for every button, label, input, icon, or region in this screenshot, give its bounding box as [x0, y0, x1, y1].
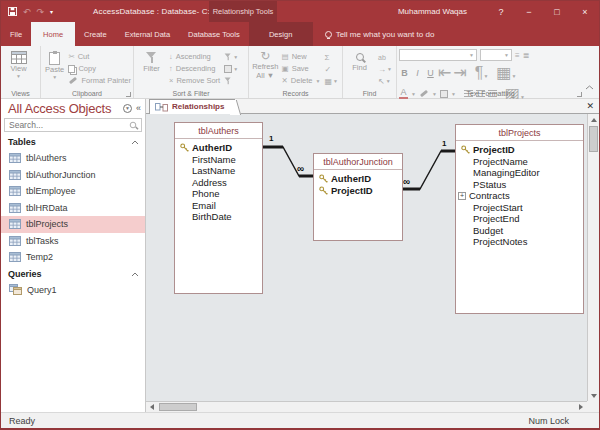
nav-menu-icon[interactable]: ▼ — [123, 104, 132, 113]
sidebar-item-tblprojects[interactable]: tblProjects — [1, 216, 145, 233]
redo-icon[interactable]: ↷ — [37, 7, 45, 17]
italic-button[interactable]: I — [412, 68, 423, 78]
sidebar-item-tblauthorjunction[interactable]: tblAuthorJunction — [1, 167, 145, 184]
more-button[interactable]: ▦▼ — [324, 77, 338, 85]
field-row[interactable]: ManagingEditor — [456, 167, 583, 179]
format-painter-button[interactable]: Format Painter — [68, 76, 131, 85]
tab-file[interactable]: File — [1, 22, 31, 46]
totals-button[interactable]: Σ — [324, 53, 338, 61]
field-row[interactable]: Email — [175, 200, 262, 212]
field-row[interactable]: LastName — [175, 165, 262, 177]
field-row[interactable]: AutherID — [314, 173, 402, 185]
field-row[interactable]: AutherID — [175, 142, 262, 154]
undo-icon[interactable]: ↶ — [23, 7, 31, 17]
field-row[interactable]: Budget — [456, 225, 583, 237]
descending-button[interactable]: ↑Descending — [169, 64, 220, 73]
table-box-tblauthers[interactable]: tblAuthers AutherID FirstName LastName A… — [174, 122, 263, 294]
underline-button[interactable]: U — [425, 68, 436, 78]
nav-pane-title[interactable]: All Access Objects — [8, 101, 111, 116]
field-row[interactable]: ProjectStart — [456, 202, 583, 214]
field-row[interactable]: ProjectNotes — [456, 236, 583, 248]
field-row[interactable]: Phone — [175, 188, 262, 200]
numbering-icon[interactable]: ≣ — [523, 51, 530, 60]
nav-section-queries[interactable]: Queries — [1, 266, 145, 282]
sidebar-item-tblhrdata[interactable]: tblHRData — [1, 200, 145, 217]
replace-button[interactable]: ab — [378, 53, 392, 61]
save-icon[interactable] — [8, 7, 17, 16]
refresh-all-button[interactable]: ↻ Refresh All ▼ — [251, 48, 280, 88]
font-size-combobox[interactable]: ▼ — [480, 49, 512, 61]
text-direction-icon[interactable]: ¶▼ — [475, 64, 489, 82]
table-header[interactable]: tblAuthorJunction — [314, 154, 402, 170]
tab-design[interactable]: Design — [249, 22, 313, 46]
increase-indent-icon[interactable]: ⇥ — [453, 63, 466, 82]
expand-icon[interactable]: + — [458, 192, 466, 200]
horizontal-scrollbar[interactable] — [146, 401, 587, 412]
spelling-button[interactable]: ✓ — [324, 65, 338, 73]
field-row[interactable]: +Contracts — [456, 190, 583, 202]
table-box-tblauthorjunction[interactable]: tblAuthorJunction AutherID ProjectID — [313, 153, 403, 241]
chevron-up-icon[interactable] — [131, 269, 139, 279]
field-row[interactable]: FirstName — [175, 154, 262, 166]
maximize-button[interactable]: □ — [543, 7, 571, 17]
ascending-button[interactable]: ↓Ascending — [169, 52, 220, 61]
sidebar-item-tbltasks[interactable]: tblTasks — [1, 233, 145, 250]
vertical-scroll-thumb[interactable] — [589, 126, 598, 152]
bullets-icon[interactable]: ≡ — [515, 51, 520, 60]
account-name[interactable]: Muhammad Waqas — [398, 7, 467, 16]
field-row[interactable]: Address — [175, 177, 262, 189]
table-header[interactable]: tblProjects — [456, 125, 583, 141]
tab-database-tools[interactable]: Database Tools — [179, 22, 249, 46]
find-button[interactable]: Find — [345, 48, 374, 88]
view-button[interactable]: View ▼ — [3, 48, 34, 88]
sidebar-item-query1[interactable]: Query1 — [1, 282, 145, 299]
field-row[interactable]: PStatus — [456, 179, 583, 191]
remove-sort-button[interactable]: ×Remove Sort — [169, 76, 220, 85]
scroll-up-icon[interactable] — [588, 114, 599, 125]
search-input[interactable] — [5, 120, 127, 130]
go-to-button[interactable]: →▼ — [378, 65, 392, 73]
scroll-right-icon[interactable] — [575, 402, 587, 412]
field-row[interactable]: ProjectID — [314, 185, 402, 197]
new-record-button[interactable]: ▤New — [282, 52, 321, 61]
collapse-ribbon-icon[interactable] — [585, 76, 594, 94]
table-header[interactable]: tblAuthers — [175, 123, 262, 139]
paste-button[interactable]: Paste ▼ — [43, 48, 66, 88]
search-icon[interactable] — [130, 122, 136, 128]
vertical-scrollbar[interactable] — [587, 114, 599, 401]
save-record-button[interactable]: ▣Save — [282, 64, 321, 73]
chevron-up-icon[interactable] — [131, 137, 139, 147]
qat-customize-icon[interactable]: ▾ — [50, 8, 53, 15]
selection-filter-button[interactable]: ▼ — [224, 53, 238, 61]
toggle-filter-button[interactable] — [224, 77, 238, 85]
tell-me-box[interactable]: Tell me what you want to do — [325, 22, 435, 46]
table-box-tblprojects[interactable]: tblProjects ProjectID ProjectName Managi… — [455, 124, 584, 314]
relationships-canvas[interactable]: 1 ∞ ∞ 1 tblAuthers AutherID FirstName La… — [146, 114, 587, 401]
sidebar-item-temp2[interactable]: Temp2 — [1, 249, 145, 266]
filter-button[interactable]: Filter — [136, 48, 167, 88]
field-row[interactable]: ProjectName — [456, 156, 583, 168]
horizontal-scroll-thumb[interactable] — [159, 403, 197, 411]
field-row[interactable]: BirthDate — [175, 211, 262, 223]
close-button[interactable]: × — [571, 7, 599, 17]
cut-button[interactable]: ✂Cut — [68, 52, 131, 61]
decrease-indent-icon[interactable]: ⇤ — [438, 63, 451, 82]
scroll-left-icon[interactable] — [146, 402, 158, 412]
field-row[interactable]: ProjectEnd — [456, 213, 583, 225]
tab-relationships[interactable]: Relationships — [149, 99, 235, 114]
gridlines-icon[interactable]: ▦▼ — [496, 63, 516, 82]
shutter-bar-icon[interactable]: « — [136, 103, 141, 113]
select-button[interactable]: ↖▼ — [378, 77, 392, 85]
tab-external-data[interactable]: External Data — [116, 22, 179, 46]
minimize-button[interactable]: − — [515, 7, 543, 17]
advanced-filter-button[interactable]: ▼ — [224, 65, 238, 73]
font-name-combobox[interactable]: ▼ — [399, 49, 477, 61]
bold-button[interactable]: B — [399, 68, 410, 78]
nav-search-box[interactable] — [4, 118, 142, 132]
field-row[interactable]: ProjectID — [456, 144, 583, 156]
tab-create[interactable]: Create — [75, 22, 116, 46]
sidebar-item-tblauthers[interactable]: tblAuthers — [1, 150, 145, 167]
sidebar-item-tblemployee[interactable]: tblEmployee — [1, 183, 145, 200]
dialog-launcher-icon[interactable] — [577, 92, 582, 97]
copy-button[interactable]: Copy — [68, 64, 131, 73]
